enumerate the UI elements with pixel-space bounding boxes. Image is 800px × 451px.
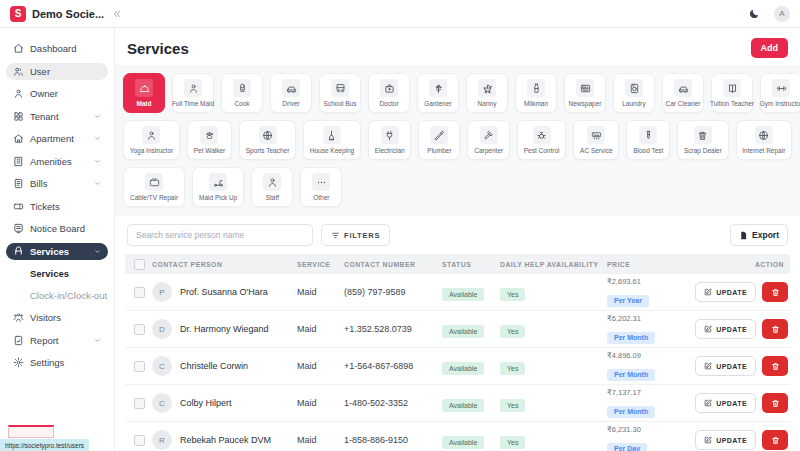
notice-board-icon <box>13 223 24 234</box>
service-tile-gardener[interactable]: Gardener <box>417 73 459 113</box>
sidebar-item-tickets[interactable]: Tickets <box>6 198 108 215</box>
daily-help-cell: Yes <box>500 431 607 449</box>
sidebar-subitem-clock-in-clock-out[interactable]: Clock-in/Clock-out <box>6 287 108 303</box>
full-time-maid-glyph <box>188 83 199 94</box>
service-tile-gym-instructor[interactable]: Gym Instructor <box>760 73 800 113</box>
sidebar-item-dashboard[interactable]: Dashboard <box>6 40 108 57</box>
update-button[interactable]: UPDATE <box>695 282 756 302</box>
service-tile-label: Doctor <box>379 100 398 107</box>
price-amount: ₹4,896.09 <box>607 351 687 360</box>
service-tile-scrap-dealer[interactable]: Scrap Dealer <box>677 120 728 160</box>
service-tile-maid[interactable]: Maid <box>123 73 165 113</box>
service-tile-other[interactable]: Other <box>300 167 342 207</box>
service-tile-sports-teacher[interactable]: Sports Teacher <box>239 120 296 160</box>
sidebar-item-tenant[interactable]: Tenant <box>6 108 108 125</box>
delete-button[interactable] <box>762 319 788 339</box>
service-tiles: MaidFull Time MaidCookDriverSchool BusDo… <box>115 65 800 216</box>
service-tile-blood-test[interactable]: Blood Test <box>626 120 670 160</box>
contact-person-cell: CChristelle Corwin <box>152 356 297 376</box>
other-glyph <box>316 177 327 188</box>
service-tile-maid-pick-up[interactable]: Maid Pick Up <box>192 167 244 207</box>
status-badge: Available <box>442 436 484 449</box>
sidebar-item-settings[interactable]: Settings <box>6 354 108 371</box>
update-button[interactable]: UPDATE <box>695 319 756 339</box>
service-tile-pest-control[interactable]: Pest Control <box>517 120 566 160</box>
service-tile-laundry[interactable]: Laundry <box>613 73 655 113</box>
sidebar-item-report[interactable]: Report <box>6 332 108 349</box>
user-avatar[interactable]: A <box>774 6 790 22</box>
house-keeping-glyph <box>326 130 337 141</box>
services-icon <box>13 246 24 257</box>
service-tile-yoga-instructor[interactable]: Yoga Instructor <box>123 120 180 160</box>
update-button[interactable]: UPDATE <box>695 393 756 413</box>
service-tile-driver[interactable]: Driver <box>270 73 312 113</box>
service-tile-internet-repair[interactable]: Internet Repair <box>736 120 792 160</box>
delete-button[interactable] <box>762 393 788 413</box>
contact-person-cell: DDr. Harmony Wiegand <box>152 319 297 339</box>
service-tile-label: AC Service <box>580 147 613 154</box>
service-tile-electrician[interactable]: Electrician <box>368 120 412 160</box>
sidebar-item-user[interactable]: User <box>6 63 108 80</box>
electrician-glyph <box>384 130 395 141</box>
sidebar-item-amenities[interactable]: Amenities <box>6 153 108 170</box>
contact-person-name: Dr. Harmony Wiegand <box>180 324 269 334</box>
delete-button[interactable] <box>762 282 788 302</box>
sidebar-item-label: Settings <box>30 357 64 368</box>
pest-control-icon <box>533 126 551 144</box>
sidebar-item-visitors[interactable]: Visitors <box>6 309 108 326</box>
price-period-badge: Per Month <box>607 369 655 381</box>
service-tile-car-cleaner[interactable]: Car Cleaner <box>662 73 704 113</box>
add-button[interactable]: Add <box>751 38 789 58</box>
service-tile-full-time-maid[interactable]: Full Time Maid <box>172 73 214 113</box>
row-checkbox[interactable] <box>134 361 145 372</box>
hidden-button-fragment[interactable] <box>8 425 54 438</box>
price-cell: ₹7,137.17Per Month <box>607 388 687 418</box>
update-button[interactable]: UPDATE <box>695 356 756 376</box>
service-tile-ac-service[interactable]: AC Service <box>573 120 619 160</box>
service-tile-cable-tv-repair[interactable]: Cable/TV Repair <box>123 167 185 207</box>
sidebar-item-bills[interactable]: Bills <box>6 175 108 192</box>
sidebar-item-apartment[interactable]: Apartment <box>6 130 108 147</box>
service-cell: Maid <box>297 398 344 408</box>
delete-button[interactable] <box>762 356 788 376</box>
service-tile-milkman[interactable]: Milkman <box>515 73 557 113</box>
service-tile-nanny[interactable]: Nanny <box>466 73 508 113</box>
filters-button[interactable]: FILTERS <box>321 224 390 246</box>
daily-help-badge: Yes <box>500 399 525 412</box>
sidebar-subitem-services[interactable]: Services <box>6 265 108 281</box>
service-tile-carpenter[interactable]: Carpenter <box>467 120 510 160</box>
service-tile-school-bus[interactable]: School Bus <box>319 73 361 113</box>
sidebar-item-owner[interactable]: Owner <box>6 85 108 102</box>
service-tile-label: Other <box>313 194 329 201</box>
dark-mode-toggle-icon[interactable] <box>748 8 760 20</box>
select-all-checkbox[interactable] <box>134 259 145 270</box>
service-tile-pet-walker[interactable]: Pet Walker <box>187 120 232 160</box>
table-row: CChristelle CorwinMaid+1-564-867-6898Ava… <box>125 348 790 385</box>
gardener-glyph <box>433 83 444 94</box>
service-tile-label: Scrap Dealer <box>684 147 722 154</box>
status-url-tooltip: https://societypro.test/users <box>0 439 89 451</box>
sidebar-item-services[interactable]: Services <box>6 243 108 260</box>
update-button[interactable]: UPDATE <box>695 430 756 450</box>
row-checkbox[interactable] <box>134 324 145 335</box>
sidebar-item-notice-board[interactable]: Notice Board <box>6 220 108 237</box>
delete-button[interactable] <box>762 430 788 450</box>
service-tile-house-keeping[interactable]: House Keeping <box>303 120 361 160</box>
service-tile-tuition-teacher[interactable]: Tuition Teacher <box>711 73 753 113</box>
export-button[interactable]: Export <box>730 224 788 246</box>
sidebar-item-label: Tickets <box>30 201 60 212</box>
row-checkbox[interactable] <box>134 398 145 409</box>
service-tile-label: Maid <box>137 100 152 107</box>
search-input[interactable] <box>127 224 313 246</box>
service-tile-cook[interactable]: Cook <box>221 73 263 113</box>
service-tile-newspaper[interactable]: Newspaper <box>564 73 606 113</box>
internet-repair-icon <box>755 126 773 144</box>
service-tile-staff[interactable]: Staff <box>251 167 293 207</box>
car-cleaner-glyph <box>678 83 689 94</box>
column-header: PRICE <box>607 261 687 268</box>
row-checkbox[interactable] <box>134 287 145 298</box>
service-tile-doctor[interactable]: Doctor <box>368 73 410 113</box>
sidebar-collapse-icon[interactable] <box>112 9 122 19</box>
service-tile-plumber[interactable]: Plumber <box>418 120 460 160</box>
row-checkbox[interactable] <box>134 435 145 446</box>
